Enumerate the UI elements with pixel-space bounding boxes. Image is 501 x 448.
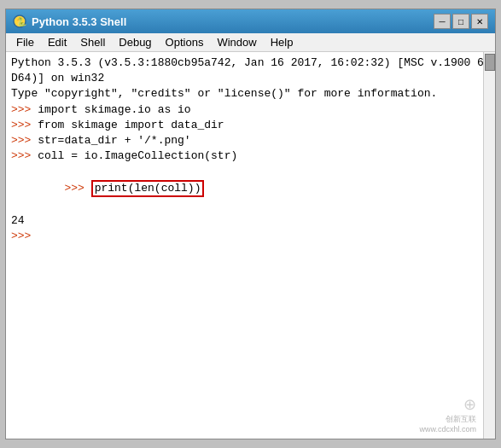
cmd-2: >>> from skimage import data_dir: [11, 118, 478, 133]
watermark: ⊕ 创新互联 www.cdcxhl.com: [419, 395, 476, 433]
header-line-2: D64)] on win32: [11, 71, 478, 86]
cmd-1: >>> import skimage.io as io: [11, 102, 478, 118]
maximize-button[interactable]: □: [452, 14, 469, 29]
svg-text:🐍: 🐍: [16, 16, 26, 27]
prompt-2: >>>: [11, 119, 38, 131]
menu-edit[interactable]: Edit: [41, 34, 73, 50]
title-bar: 🐍 Python 3.5.3 Shell ─ □ ✕: [6, 9, 495, 33]
highlight-box: print(len(coll)): [91, 180, 205, 198]
window-controls: ─ □ ✕: [434, 14, 488, 29]
window-title: Python 3.5.3 Shell: [32, 15, 434, 28]
prompt-cursor: >>>: [11, 230, 38, 242]
cmd-5-highlighted: >>> print(len(coll)): [11, 164, 478, 212]
cmd-3: >>> str=data_dir + '/*.png': [11, 133, 478, 148]
watermark-line1: 创新互联: [419, 414, 476, 425]
shell-output[interactable]: Python 3.5.3 (v3.5.3:1880cb95a742, Jan 1…: [6, 52, 483, 439]
watermark-line2: www.cdcxhl.com: [419, 425, 476, 433]
output-line: 24: [11, 213, 478, 229]
prompt-1: >>>: [11, 103, 38, 116]
cmd-4: >>> coll = io.ImageCollection(str): [11, 148, 478, 164]
close-button[interactable]: ✕: [471, 14, 488, 29]
header-line-3: Type "copyright", "credits" or "license(…: [11, 86, 478, 102]
menu-window[interactable]: Window: [210, 34, 263, 50]
app-icon: 🐍: [13, 15, 26, 28]
python-shell-window: 🐍 Python 3.5.3 Shell ─ □ ✕ File Edit She…: [5, 9, 496, 439]
header-line-1: Python 3.5.3 (v3.5.3:1880cb95a742, Jan 1…: [11, 55, 478, 71]
watermark-icon: ⊕: [419, 395, 476, 414]
menu-shell[interactable]: Shell: [73, 34, 112, 50]
menu-debug[interactable]: Debug: [112, 34, 158, 50]
cursor-prompt: >>>: [11, 229, 478, 244]
prompt-4: >>>: [11, 149, 38, 162]
content-area: Python 3.5.3 (v3.5.3:1880cb95a742, Jan 1…: [6, 52, 495, 439]
prompt-3: >>>: [11, 134, 38, 147]
scrollbar-thumb[interactable]: [485, 54, 495, 71]
menu-options[interactable]: Options: [159, 34, 211, 50]
menu-bar: File Edit Shell Debug Options Window Hel…: [6, 33, 495, 52]
menu-help[interactable]: Help: [264, 34, 300, 50]
prompt-5: >>>: [64, 182, 90, 195]
minimize-button[interactable]: ─: [434, 14, 451, 29]
vertical-scrollbar[interactable]: [483, 52, 495, 439]
menu-file[interactable]: File: [9, 34, 41, 50]
